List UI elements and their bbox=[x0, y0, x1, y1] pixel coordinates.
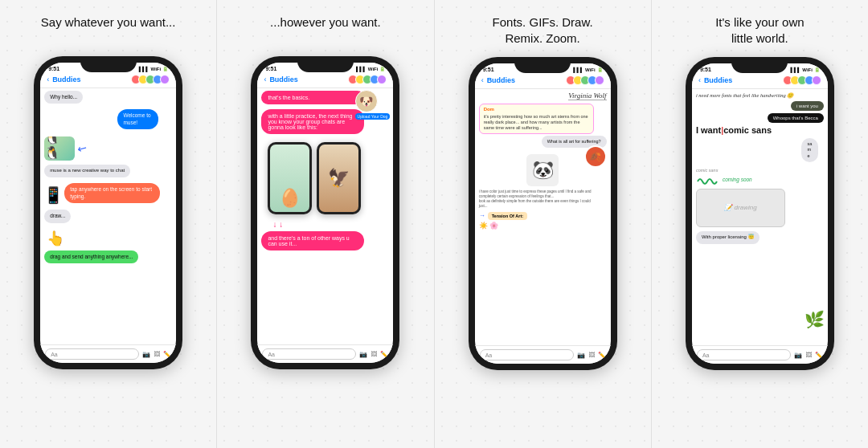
wifi-icon-1: WiFi bbox=[151, 67, 162, 71]
bubble-1-6: drag and send anything anywhere... bbox=[44, 250, 138, 263]
bubble-1-3: muse is a new creative way to chat bbox=[44, 165, 130, 177]
notch-2 bbox=[297, 56, 354, 72]
bottom-icons: ☀️ 🌸 bbox=[479, 222, 607, 230]
image-icon-3[interactable]: 🖼 bbox=[588, 352, 595, 359]
round-sticker: 🍂 bbox=[584, 145, 607, 168]
bubble-1-1: Why hello... bbox=[44, 91, 83, 104]
chat-body-1: Why hello... Welcome to muse! 🐧🐧 ↙ muse … bbox=[40, 88, 176, 344]
profile-overlay: 🐶 Upload Your Dog bbox=[355, 90, 391, 120]
bubble-1-4: tap anywhere on the screen to start typi… bbox=[64, 183, 160, 203]
comic-sans-label: comic sans bbox=[696, 168, 824, 173]
script-name: Virginia Wolf bbox=[568, 92, 606, 100]
time-1: 9:51 bbox=[48, 66, 59, 71]
mini-phone-screen-2: 🦅 bbox=[319, 145, 358, 212]
mini-phones-row: 🥚 🦅 bbox=[268, 142, 389, 214]
panel-3: Fonts. GIFs. Draw. Remix. Zoom. 9:51 ▌▌▌… bbox=[434, 0, 651, 448]
dom-label: Dom bbox=[484, 107, 589, 113]
back-arrow-1[interactable]: ‹ bbox=[47, 75, 49, 83]
pen-icon-1[interactable]: ✏️ bbox=[163, 351, 171, 358]
image-icon-2[interactable]: 🖼 bbox=[371, 351, 377, 358]
camera-icon-4[interactable]: 📷 bbox=[794, 352, 802, 359]
mini-phone-screen-1: 🥚 bbox=[270, 145, 309, 212]
becca-bubble: Whoops that's Becca bbox=[768, 113, 824, 123]
wolf-emoji: 🦅 bbox=[328, 168, 350, 189]
input-2[interactable]: Aa bbox=[262, 348, 356, 360]
chat-body-4: i need more fonts that feel like handwri… bbox=[692, 89, 828, 345]
wifi-icon-3: WiFi bbox=[585, 67, 596, 72]
chat-title-2: Buddies bbox=[269, 75, 298, 83]
input-3[interactable]: Aa bbox=[480, 349, 574, 360]
chat-header-3: ‹ Buddies bbox=[475, 74, 611, 89]
tension-row: → Tension Of Art: bbox=[479, 212, 607, 220]
chat-body-3: Virginia Wolf Dom it's pretty interestin… bbox=[475, 89, 611, 345]
mini-phone-1: 🥚 bbox=[268, 142, 312, 214]
phone-2: 9:51 ▌▌▌ WiFi 🔋 ‹ Buddies bbox=[251, 56, 399, 369]
avatar-group-1 bbox=[133, 75, 170, 84]
app-container: Say whatever you want... 9:51 ▌▌▌ WiFi 🔋 bbox=[0, 0, 868, 448]
pen-icon-3[interactable]: ✏️ bbox=[598, 352, 606, 359]
i-want-you-bubble: i want you bbox=[791, 101, 824, 111]
chat-title-3: Buddies bbox=[487, 76, 516, 84]
screen-2: 9:51 ▌▌▌ WiFi 🔋 ‹ Buddies bbox=[257, 63, 393, 363]
input-4[interactable]: Aa bbox=[697, 349, 791, 360]
leaf-emoji: 🍂 bbox=[584, 145, 607, 168]
chat-header-4: ‹ Buddies bbox=[692, 74, 828, 89]
chat-title-4: Buddies bbox=[704, 76, 733, 84]
status-icons-1: ▌▌▌ WiFi 🔋 bbox=[139, 66, 168, 71]
handwriting-text: i need more fonts that feel like handwri… bbox=[696, 92, 824, 99]
panel-3-title: Fonts. GIFs. Draw. Remix. Zoom. bbox=[493, 14, 593, 46]
input-bar-2: Aa 📷 🖼 ✏️ bbox=[257, 344, 393, 363]
status-icons-4: ▌▌▌ WiFi 🔋 bbox=[791, 67, 820, 72]
time-2: 9:51 bbox=[265, 66, 276, 71]
dom-text: it's pretty interesting how so much art … bbox=[484, 114, 589, 131]
hand-sticker: 👆 bbox=[44, 229, 67, 248]
arrows-down: ↓ ↓ bbox=[272, 220, 389, 229]
bubble-2-2: with a little practice, the next thing y… bbox=[261, 109, 363, 134]
pen-icon-2[interactable]: ✏️ bbox=[380, 351, 388, 358]
back-arrow-4[interactable]: ‹ bbox=[698, 76, 701, 84]
screen-1: 9:51 ▌▌▌ WiFi 🔋 ‹ Buddies bbox=[40, 63, 176, 363]
battery-icon-4: 🔋 bbox=[814, 67, 820, 72]
photo-attachment: 📝 drawing bbox=[696, 189, 785, 227]
input-bar-3: Aa 📷 🖼 ✏️ bbox=[475, 345, 611, 364]
notch-3 bbox=[514, 57, 571, 73]
bubble-1-2: Welcome to muse! bbox=[117, 109, 158, 129]
pen-icon-4[interactable]: ✏️ bbox=[815, 352, 823, 359]
profile-avatar: 🐶 bbox=[355, 90, 378, 112]
becca-wrapper: Whoops that's Becca bbox=[768, 113, 824, 123]
arrow-right: → bbox=[479, 212, 485, 219]
penguins-sticker: 🐧🐧 bbox=[44, 136, 75, 161]
sticker-row-1: 🐧🐧 ↙ bbox=[44, 136, 172, 161]
bubble-2-1: that's the basics. bbox=[261, 91, 363, 104]
wifi-icon-2: WiFi bbox=[368, 67, 379, 71]
bubble-2-3: and there's a ton of other ways u can us… bbox=[261, 231, 363, 250]
battery-icon-2: 🔋 bbox=[379, 66, 385, 71]
image-icon-1[interactable]: 🖼 bbox=[154, 351, 160, 358]
phone-sticker: 📱 bbox=[44, 183, 62, 207]
notch-1 bbox=[80, 56, 137, 72]
wave-svg bbox=[696, 175, 720, 185]
back-arrow-2[interactable]: ‹ bbox=[264, 75, 266, 83]
notch-4 bbox=[731, 57, 788, 73]
avatar-group-2 bbox=[350, 75, 387, 84]
camera-icon-2[interactable]: 📷 bbox=[359, 351, 367, 358]
panel-4-title: It's like your own little world. bbox=[715, 14, 804, 46]
chat-header-2: ‹ Buddies bbox=[257, 73, 393, 88]
back-arrow-3[interactable]: ‹ bbox=[481, 76, 484, 84]
input-bar-4: Aa 📷 🖼 ✏️ bbox=[692, 345, 828, 364]
panel-1: Say whatever you want... 9:51 ▌▌▌ WiFi 🔋 bbox=[0, 0, 216, 448]
avatar-2-5 bbox=[377, 75, 387, 84]
panel-1-title: Say whatever you want... bbox=[41, 14, 176, 45]
camera-icon-1[interactable]: 📷 bbox=[142, 351, 150, 358]
upload-label: Upload Your Dog bbox=[355, 113, 391, 120]
panda-gif: 🐼 bbox=[526, 154, 559, 186]
coming-soon-row: coming soon bbox=[696, 175, 824, 185]
input-1[interactable]: Aa bbox=[45, 348, 139, 360]
note-card-1: Dom it's pretty interesting how so much … bbox=[479, 104, 594, 134]
wifi-icon-4: WiFi bbox=[802, 67, 813, 72]
image-icon-4[interactable]: 🖼 bbox=[805, 352, 812, 359]
avatar-5 bbox=[160, 75, 170, 84]
camera-icon-3[interactable]: 📷 bbox=[577, 352, 585, 359]
sun-emoji: ☀️ bbox=[479, 222, 488, 230]
phone-1: 9:51 ▌▌▌ WiFi 🔋 ‹ Buddies bbox=[34, 56, 182, 369]
